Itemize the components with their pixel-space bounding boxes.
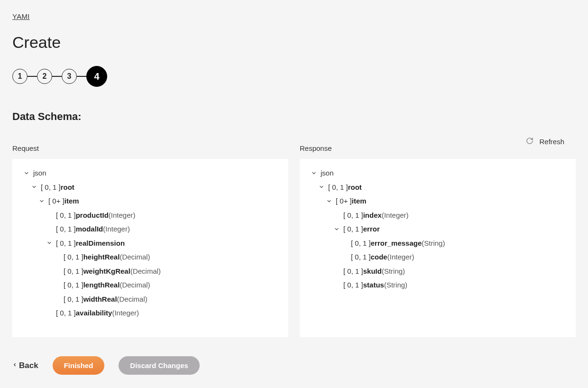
cardinality: [ 0, 1 ] — [56, 239, 76, 248]
cardinality: [ 0, 1 ] — [343, 280, 363, 290]
node-name: lengthReal — [83, 280, 120, 290]
cardinality: [ 0, 1 ] — [56, 224, 76, 234]
cardinality: [ 0, 1 ] — [351, 252, 371, 262]
cardinality: [ 0, 1 ] — [343, 267, 363, 276]
node-name: json — [33, 168, 46, 178]
request-tree-row[interactable]: [ 0, 1 ] root — [24, 183, 277, 192]
node-name: widthReal — [83, 295, 117, 304]
node-type: (Integer) — [382, 211, 409, 220]
chevron-down-icon[interactable] — [334, 226, 341, 232]
cardinality: [ 0, 1 ] — [64, 252, 83, 262]
back-label: Back — [19, 361, 38, 370]
section-header: Data Schema: — [12, 111, 576, 123]
chevron-down-icon[interactable] — [46, 240, 54, 246]
chevron-down-icon[interactable] — [31, 184, 39, 190]
breadcrumb[interactable]: YAMI — [12, 12, 30, 20]
node-name: item — [64, 196, 79, 206]
node-name: skuId — [363, 267, 382, 276]
back-button[interactable]: Back — [12, 361, 38, 370]
step-connector — [28, 76, 37, 77]
node-name: availability — [76, 308, 112, 318]
response-tree-row[interactable]: [ 0, 1 ] root — [311, 183, 564, 192]
node-type: (String) — [382, 267, 405, 276]
response-tree-row[interactable]: json — [311, 168, 564, 178]
node-name: weightKgReal — [83, 267, 130, 276]
response-column: Response json[ 0, 1 ] root[ 0+ ] item[ 0… — [300, 146, 576, 337]
finished-button[interactable]: Finished — [53, 356, 105, 375]
cardinality: [ 0, 1 ] — [343, 224, 363, 234]
request-label: Request — [12, 144, 288, 152]
node-name: realDimension — [76, 239, 125, 248]
response-tree-row[interactable]: [ 0+ ] item — [311, 196, 564, 206]
node-type: (Integer) — [387, 252, 414, 262]
cardinality: [ 0, 1 ] — [351, 239, 371, 248]
step-connector — [77, 76, 86, 77]
node-type: (Integer) — [109, 211, 136, 220]
node-type: (Decimal) — [119, 252, 150, 262]
step-3[interactable]: 3 — [62, 69, 77, 84]
node-type: (Decimal) — [117, 295, 147, 304]
cardinality: [ 0, 1 ] — [343, 211, 363, 220]
chevron-left-icon — [12, 361, 17, 370]
node-name: error_message — [371, 239, 422, 248]
page-title: Create — [12, 33, 576, 52]
node-name: error — [363, 224, 380, 234]
node-name: modalId — [76, 224, 103, 234]
node-name: productId — [76, 211, 109, 220]
response-tree-row: [ 0, 1 ] code (Integer) — [311, 252, 564, 262]
node-type: (String) — [384, 280, 407, 290]
request-tree-row[interactable]: [ 0, 1 ] realDimension — [24, 239, 277, 248]
cardinality: [ 0, 1 ] — [64, 280, 83, 290]
request-tree-row: [ 0, 1 ] weightKgReal (Decimal) — [24, 267, 277, 276]
cardinality: [ 0+ ] — [336, 196, 352, 206]
chevron-down-icon[interactable] — [319, 184, 326, 190]
node-name: index — [363, 211, 382, 220]
cardinality: [ 0, 1 ] — [64, 295, 83, 304]
node-type: (Integer) — [112, 308, 139, 318]
node-type: (Decimal) — [130, 267, 161, 276]
response-tree-row[interactable]: [ 0, 1 ] error — [311, 224, 564, 234]
chevron-down-icon[interactable] — [311, 170, 319, 176]
cardinality: [ 0, 1 ] — [41, 183, 61, 192]
response-tree-panel: json[ 0, 1 ] root[ 0+ ] item[ 0, 1 ] ind… — [300, 159, 576, 337]
node-name: status — [363, 280, 384, 290]
node-name: heightReal — [83, 252, 120, 262]
node-type: (String) — [422, 239, 445, 248]
node-type: (Integer) — [103, 224, 130, 234]
node-name: item — [352, 196, 367, 206]
request-column: Request json[ 0, 1 ] root[ 0+ ] item[ 0,… — [12, 146, 288, 337]
cardinality: [ 0+ ] — [48, 196, 64, 206]
discard-button[interactable]: Discard Changes — [119, 356, 200, 375]
request-tree-row[interactable]: [ 0+ ] item — [24, 196, 277, 206]
step-2[interactable]: 2 — [37, 69, 52, 84]
response-label: Response — [300, 144, 576, 152]
step-4[interactable]: 4 — [86, 66, 107, 87]
response-tree-row: [ 0, 1 ] error_message (String) — [311, 239, 564, 248]
cardinality: [ 0, 1 ] — [56, 211, 76, 220]
node-name: root — [348, 183, 362, 192]
request-tree-row: [ 0, 1 ] heightReal (Decimal) — [24, 252, 277, 262]
step-connector — [52, 76, 62, 77]
request-tree-row: [ 0, 1 ] lengthReal (Decimal) — [24, 280, 277, 290]
cardinality: [ 0, 1 ] — [56, 308, 76, 318]
stepper: 1234 — [12, 66, 576, 87]
request-tree-row: [ 0, 1 ] modalId (Integer) — [24, 224, 277, 234]
cardinality: [ 0, 1 ] — [328, 183, 348, 192]
response-tree-row: [ 0, 1 ] skuId (String) — [311, 267, 564, 276]
cardinality: [ 0, 1 ] — [64, 267, 83, 276]
request-tree-row[interactable]: json — [24, 168, 277, 178]
step-1[interactable]: 1 — [12, 69, 28, 84]
request-tree-row: [ 0, 1 ] availability (Integer) — [24, 308, 277, 318]
chevron-down-icon[interactable] — [39, 198, 46, 204]
chevron-down-icon[interactable] — [24, 170, 31, 176]
chevron-down-icon[interactable] — [326, 198, 334, 204]
request-tree-row: [ 0, 1 ] widthReal (Decimal) — [24, 295, 277, 304]
response-tree-row: [ 0, 1 ] status (String) — [311, 280, 564, 290]
request-tree-panel: json[ 0, 1 ] root[ 0+ ] item[ 0, 1 ] pro… — [12, 159, 288, 337]
node-name: json — [321, 168, 334, 178]
request-tree-row: [ 0, 1 ] productId (Integer) — [24, 211, 277, 220]
node-name: root — [61, 183, 74, 192]
response-tree-row: [ 0, 1 ] index (Integer) — [311, 211, 564, 220]
node-type: (Decimal) — [119, 280, 150, 290]
node-name: code — [371, 252, 387, 262]
